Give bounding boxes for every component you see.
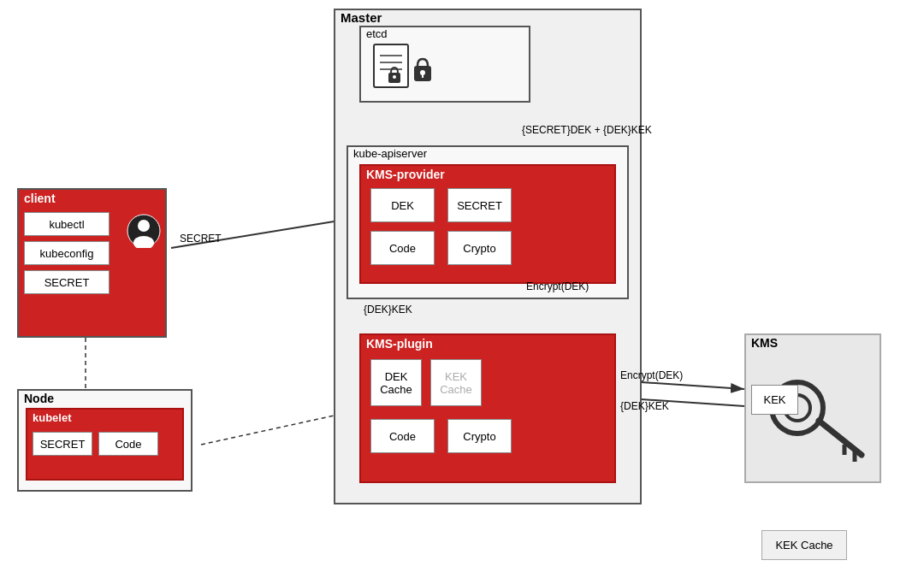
cell-crypto-plugin: Crypto (447, 419, 512, 453)
cell-dek-provider: DEK (370, 188, 435, 222)
diagram-container: Master etcd {SECRET}DEK + {DEK}KEK kube-… (0, 0, 924, 584)
cell-kubectl: kubectl (24, 212, 110, 236)
cell-code-kubelet: Code (98, 432, 158, 456)
cell-crypto-provider: Crypto (447, 231, 512, 265)
apiserver-label: kube-apiserver (353, 147, 427, 160)
svg-line-24 (819, 421, 862, 455)
cell-kek-cache: KEK Cache (430, 359, 482, 406)
cell-kek: KEK (751, 385, 798, 415)
etcd-arrow-label: {SECRET}DEK + {DEK}KEK (522, 124, 652, 136)
etcd-label: etcd (366, 27, 388, 40)
cell-code-plugin: Code (370, 419, 435, 453)
cell-code-provider: Code (370, 231, 435, 265)
encrypt-dek-plugin-label: Encrypt(DEK) (620, 369, 683, 381)
svg-point-20 (138, 220, 150, 232)
cell-secret-client: SECRET (24, 270, 110, 294)
node-label: Node (24, 392, 54, 405)
cell-secret-kubelet: SECRET (33, 432, 92, 456)
svg-point-15 (393, 75, 396, 79)
kms-plugin-box (359, 333, 616, 483)
person-icon (127, 214, 161, 248)
encrypt-dek-provider-label: Encrypt(DEK) (526, 280, 589, 292)
kek-cache-bottom-right: KEK Cache (761, 530, 847, 560)
dek-kek-flow-label: {DEK}KEK (364, 304, 412, 316)
kms-provider-box (359, 164, 616, 284)
master-label: Master (341, 10, 382, 25)
dek-kek-return-label: {DEK}KEK (620, 400, 669, 412)
cell-secret-provider: SECRET (447, 188, 512, 222)
kms-label: KMS (751, 336, 778, 350)
cell-dek-cache: DEK Cache (370, 359, 422, 406)
kms-plugin-label: KMS-plugin (366, 337, 433, 351)
secret-arrow-label: SECRET (180, 233, 222, 245)
kms-provider-label: KMS-provider (366, 168, 445, 181)
svg-rect-18 (422, 74, 424, 78)
client-label: client (24, 192, 56, 205)
cell-kubeconfig: kubeconfig (24, 241, 110, 265)
kubelet-label: kubelet (33, 411, 72, 424)
